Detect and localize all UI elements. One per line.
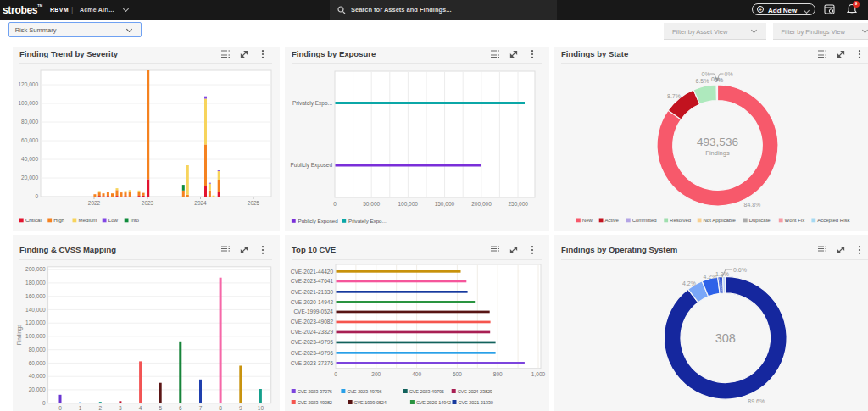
svg-text:CVE-1999-0524: CVE-1999-0524: [293, 308, 333, 314]
svg-text:2023: 2023: [142, 200, 154, 206]
svg-text:80,000: 80,000: [29, 347, 46, 353]
svg-text:0%: 0%: [725, 70, 733, 76]
svg-text:0: 0: [334, 371, 337, 377]
svg-text:1.3%: 1.3%: [715, 271, 729, 277]
svg-text:100,000: 100,000: [25, 333, 46, 339]
svg-text:Findings: Findings: [705, 149, 730, 157]
svg-text:80,000: 80,000: [21, 119, 38, 125]
svg-text:160,000: 160,000: [25, 293, 46, 299]
svg-text:CVE-2023-37276: CVE-2023-37276: [291, 360, 334, 366]
svg-text:4.2%: 4.2%: [682, 280, 696, 286]
svg-text:Duplicate: Duplicate: [749, 218, 771, 223]
svg-text:0: 0: [333, 201, 337, 207]
svg-text:0%: 0%: [702, 70, 710, 76]
svg-text:CVE-2023-49795: CVE-2023-49795: [409, 389, 444, 394]
svg-text:0: 0: [42, 400, 46, 406]
svg-text:CVE-2021-21330: CVE-2021-21330: [459, 400, 493, 405]
svg-text:1: 1: [79, 405, 82, 411]
svg-text:Committed: Committed: [632, 218, 657, 223]
svg-text:Wont Fix: Wont Fix: [785, 218, 805, 223]
svg-text:0.6%: 0.6%: [733, 267, 747, 273]
svg-text:Not Applicable: Not Applicable: [704, 218, 737, 223]
svg-text:60,000: 60,000: [29, 360, 46, 366]
svg-text:CVE-2023-49795: CVE-2023-49795: [291, 339, 334, 345]
svg-text:8.7%: 8.7%: [667, 93, 681, 99]
svg-text:CVE-2021-21330: CVE-2021-21330: [291, 289, 334, 295]
svg-text:2022: 2022: [88, 200, 101, 206]
svg-text:84.8%: 84.8%: [744, 202, 761, 208]
svg-text:2025: 2025: [248, 200, 260, 206]
svg-text:Privately Expo...: Privately Expo...: [292, 99, 332, 106]
svg-text:CVE-2023-37276: CVE-2023-37276: [298, 389, 332, 394]
svg-text:7: 7: [199, 405, 203, 411]
svg-text:0%: 0%: [715, 76, 723, 82]
svg-text:250,000: 250,000: [508, 201, 528, 207]
svg-text:0: 0: [58, 405, 62, 411]
svg-text:60,000: 60,000: [21, 137, 38, 143]
svg-text:400: 400: [412, 371, 421, 377]
svg-text:120,000: 120,000: [25, 319, 46, 325]
svg-text:800: 800: [493, 371, 503, 377]
svg-text:9: 9: [239, 405, 242, 411]
svg-text:2: 2: [98, 405, 102, 411]
svg-text:8: 8: [219, 405, 222, 411]
svg-text:200,000: 200,000: [25, 266, 46, 272]
svg-text:200: 200: [371, 371, 381, 377]
svg-text:CVE-2020-14942: CVE-2020-14942: [291, 299, 334, 305]
svg-text:Privately Expo...: Privately Expo...: [348, 217, 387, 223]
svg-text:140,000: 140,000: [25, 307, 46, 313]
svg-text:CVE-1999-0524: CVE-1999-0524: [354, 400, 387, 405]
svg-text:New: New: [582, 218, 593, 223]
svg-text:Active: Active: [605, 218, 620, 223]
svg-text:20,000: 20,000: [29, 386, 46, 392]
svg-text:Critical: Critical: [25, 217, 42, 223]
svg-text:493,536: 493,536: [697, 136, 738, 148]
svg-text:40,000: 40,000: [21, 156, 38, 162]
svg-text:4: 4: [139, 405, 142, 411]
svg-text:CVE-2024-23829: CVE-2024-23829: [291, 329, 334, 335]
svg-text:Low: Low: [108, 217, 119, 223]
svg-text:Accepted Risk: Accepted Risk: [817, 218, 850, 223]
svg-text:100,000: 100,000: [19, 100, 39, 106]
svg-text:CVE-2023-49082: CVE-2023-49082: [291, 319, 334, 325]
svg-text:Publicly Exposed: Publicly Exposed: [291, 162, 333, 169]
svg-text:0: 0: [35, 193, 38, 199]
svg-text:3: 3: [119, 405, 122, 411]
svg-text:CVE-2020-14942: CVE-2020-14942: [416, 400, 451, 405]
svg-text:Findings: Findings: [16, 324, 23, 345]
svg-text:308: 308: [715, 331, 736, 345]
svg-text:200,000: 200,000: [471, 201, 492, 207]
svg-text:5: 5: [159, 405, 162, 411]
svg-text:CVE-2023-49796: CVE-2023-49796: [291, 350, 334, 356]
svg-text:20,000: 20,000: [21, 175, 38, 181]
svg-text:180,000: 180,000: [25, 280, 46, 286]
svg-text:Publicly Exposed: Publicly Exposed: [298, 217, 339, 223]
svg-text:CVE-2024-23829: CVE-2024-23829: [458, 389, 492, 394]
svg-text:CVE-2023-49082: CVE-2023-49082: [298, 400, 332, 405]
svg-text:High: High: [53, 217, 64, 223]
svg-text:1,000: 1,000: [531, 371, 546, 377]
svg-text:Info: Info: [131, 217, 140, 223]
svg-text:120,000: 120,000: [19, 81, 39, 87]
svg-text:50,000: 50,000: [363, 201, 380, 207]
svg-text:40,000: 40,000: [29, 373, 46, 379]
svg-text:Resolved: Resolved: [670, 218, 691, 223]
svg-text:600: 600: [453, 371, 462, 377]
svg-text:CVE-2023-49796: CVE-2023-49796: [347, 389, 381, 394]
svg-text:6: 6: [179, 405, 182, 411]
svg-text:100,000: 100,000: [398, 201, 418, 207]
svg-text:CVE-2023-47641: CVE-2023-47641: [291, 278, 334, 284]
svg-text:2024: 2024: [194, 200, 207, 206]
svg-text:Medium: Medium: [79, 217, 97, 223]
svg-text:89.6%: 89.6%: [748, 398, 765, 404]
svg-text:10: 10: [258, 405, 264, 411]
svg-text:150,000: 150,000: [435, 201, 455, 207]
svg-text:6.5%: 6.5%: [696, 78, 709, 84]
svg-text:CVE-2021-44420: CVE-2021-44420: [291, 269, 334, 275]
